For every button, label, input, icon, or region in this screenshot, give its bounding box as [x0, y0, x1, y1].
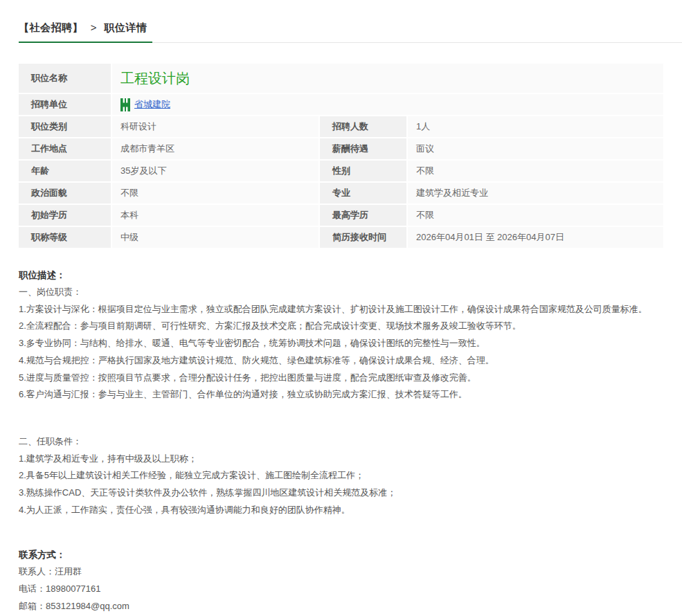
duty-item: 4.规范与合规把控：严格执行国家及地方建筑设计规范、防火规范、绿色建筑标准等，确…: [19, 352, 663, 370]
header-divider: [19, 42, 663, 44]
unit-logo-icon: [120, 98, 130, 111]
row-label: 初始学历: [19, 205, 111, 226]
row-label: 招聘人数: [320, 116, 406, 137]
section-gap: [19, 518, 663, 546]
recruit-unit-label: 招聘单位: [19, 94, 111, 115]
requirement-item: 3.熟练操作CAD、天正等设计类软件及办公软件，熟练掌握四川地区建筑设计相关规范…: [19, 484, 663, 502]
job-title: 工程设计岗: [120, 69, 190, 88]
row-label: 薪酬待遇: [320, 138, 406, 159]
position-name-value-cell: 工程设计岗: [112, 64, 663, 93]
requirements-heading: 二、任职条件：: [19, 433, 663, 451]
row-label: 政治面貌: [19, 183, 111, 203]
row-value: 建筑学及相近专业: [408, 183, 663, 203]
row-value: 不限: [112, 183, 318, 203]
duty-item: 1.方案设计与深化：根据项目定位与业主需求，独立或配合团队完成建筑方案设计、扩初…: [19, 301, 663, 318]
row-value: 不限: [408, 161, 663, 181]
row-value: 2026年04月01日 至 2026年04月07日: [408, 227, 663, 248]
section-gap: [19, 404, 663, 433]
duties-heading: 一、岗位职责：: [19, 284, 663, 301]
job-description-section: 职位描述： 一、岗位职责： 1.方案设计与深化：根据项目定位与业主需求，独立或配…: [19, 266, 663, 518]
row-label: 性别: [320, 161, 406, 181]
breadcrumb-separator: >: [91, 21, 97, 33]
requirement-item: 4.为人正派，工作踏实，责任心强，具有较强沟通协调能力和良好的团队协作精神。: [19, 502, 663, 519]
divider-green-accent: [19, 42, 152, 43]
row-label: 职位类别: [19, 116, 111, 137]
row-label: 专业: [320, 183, 406, 203]
row-value: 本科: [112, 205, 318, 226]
breadcrumb-current-job-detail: 职位详情: [105, 21, 147, 33]
job-info-table: 职位名称 工程设计岗 招聘单位 省城建院 职位类别 科研设计 招聘人数 1人 工…: [19, 64, 663, 248]
contact-phone: 电话：18980077161: [19, 581, 663, 598]
contact-title: 联系方式：: [19, 546, 663, 563]
row-value: 1人: [408, 116, 663, 137]
requirement-item: 2.具备5年以上建筑设计相关工作经验，能独立完成方案设计、施工图绘制全流程工作；: [19, 467, 663, 484]
row-label: 职称等级: [19, 227, 111, 248]
job-description-title: 职位描述：: [19, 266, 663, 284]
position-name-label: 职位名称: [19, 64, 111, 93]
breadcrumb: 【社会招聘】 > 职位详情: [19, 0, 663, 35]
row-value: 面议: [408, 138, 663, 159]
contact-person: 联系人：汪用群: [19, 563, 663, 581]
recruit-unit-value-cell: 省城建院: [112, 94, 663, 115]
job-detail-page: 【社会招聘】 > 职位详情 职位名称 工程设计岗 招聘单位 省城建院: [0, 0, 682, 616]
duty-item: 5.进度与质量管控：按照项目节点要求，合理分配设计任务，把控出图质量与进度，配合…: [19, 370, 663, 387]
row-label: 简历接收时间: [320, 227, 406, 248]
row-label: 年龄: [19, 161, 111, 181]
row-value: 成都市青羊区: [112, 138, 318, 159]
contact-email: 邮箱：853121984@qq.com: [19, 598, 663, 615]
row-label: 最高学历: [320, 205, 406, 226]
contact-section: 联系方式： 联系人：汪用群 电话：18980077161 邮箱：85312198…: [19, 546, 663, 615]
row-value: 不限: [408, 205, 663, 226]
breadcrumb-section-social-recruit[interactable]: 【社会招聘】: [19, 21, 83, 33]
requirement-item: 1.建筑学及相近专业，持有中级及以上职称；: [19, 451, 663, 468]
row-value: 科研设计: [112, 116, 318, 137]
recruit-unit-link[interactable]: 省城建院: [134, 98, 170, 111]
row-value: 中级: [112, 227, 318, 248]
row-value: 35岁及以下: [112, 161, 318, 181]
duty-item: 2.全流程配合：参与项目前期调研、可行性研究、方案汇报及技术交底；配合完成设计变…: [19, 318, 663, 335]
row-label: 工作地点: [19, 138, 111, 159]
duty-item: 6.客户沟通与汇报：参与与业主、主管部门、合作单位的沟通对接，独立或协助完成方案…: [19, 386, 663, 404]
duty-item: 3.多专业协同：与结构、给排水、暖通、电气等专业密切配合，统筹协调技术问题，确保…: [19, 335, 663, 352]
